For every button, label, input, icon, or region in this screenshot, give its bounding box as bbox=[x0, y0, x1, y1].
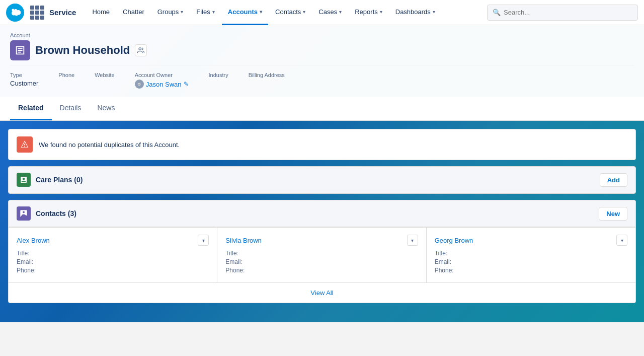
field-industry-label: Industry bbox=[209, 72, 228, 78]
field-owner: Account Owner ⚙ Jason Swan ✎ bbox=[135, 72, 189, 89]
field-website: Website bbox=[95, 72, 115, 89]
field-website-label: Website bbox=[95, 72, 115, 78]
field-type-value: Customer bbox=[10, 80, 38, 87]
contact-silvia-email: Email: bbox=[225, 258, 418, 265]
contact-silvia-link[interactable]: Silvia Brown bbox=[225, 237, 262, 244]
contacts-icon bbox=[17, 206, 31, 221]
nav-item-files[interactable]: Files ▾ bbox=[190, 0, 220, 25]
contact-silvia-title: Title: bbox=[225, 250, 418, 257]
contacts-title: Contacts (3) bbox=[36, 209, 76, 218]
nav-item-home[interactable]: Home bbox=[86, 0, 116, 25]
contacts-header-left: Contacts (3) bbox=[17, 206, 76, 221]
search-icon: 🔍 bbox=[493, 9, 501, 16]
care-plans-header: Care Plans (0) Add bbox=[9, 167, 635, 193]
care-plans-title: Care Plans (0) bbox=[36, 176, 83, 184]
warning-text: We found no potential duplicates of this… bbox=[39, 141, 180, 149]
field-type-label: Type bbox=[10, 72, 38, 78]
account-type-icon bbox=[10, 40, 30, 60]
contact-card-georg: Georg Brown ▾ Title: Email: Phone: bbox=[427, 228, 635, 282]
nav-items: Home Chatter Groups ▾ Files ▾ Accounts ▾… bbox=[86, 0, 487, 25]
owner-avatar: ⚙ bbox=[135, 80, 144, 89]
field-billing-label: Billing Address bbox=[249, 72, 285, 78]
contact-alex-dropdown[interactable]: ▾ bbox=[198, 235, 209, 246]
salesforce-logo[interactable] bbox=[6, 4, 24, 22]
nav-item-reports[interactable]: Reports ▾ bbox=[349, 0, 388, 25]
contact-georg-email: Email: bbox=[435, 258, 627, 265]
field-phone: Phone bbox=[58, 72, 74, 89]
nav-item-cases[interactable]: Cases ▾ bbox=[312, 0, 348, 25]
tab-related[interactable]: Related bbox=[10, 97, 52, 120]
search-input[interactable] bbox=[504, 9, 632, 16]
field-owner-label: Account Owner bbox=[135, 72, 189, 78]
duplicate-warning: We found no potential duplicates of this… bbox=[8, 129, 636, 160]
tabs: Related Details News bbox=[10, 97, 634, 120]
field-industry: Industry bbox=[209, 72, 228, 89]
account-fields: Type Customer Phone Website Account Owne… bbox=[10, 65, 634, 97]
tab-news[interactable]: News bbox=[89, 97, 123, 120]
search-bar: 🔍 bbox=[487, 5, 638, 21]
field-billing: Billing Address bbox=[249, 72, 285, 89]
contact-georg-link[interactable]: Georg Brown bbox=[435, 237, 473, 244]
account-badge-icon[interactable] bbox=[135, 44, 147, 56]
nav-item-accounts[interactable]: Accounts ▾ bbox=[222, 0, 268, 25]
app-name: Service bbox=[49, 8, 76, 17]
contact-silvia-name-row: Silvia Brown ▾ bbox=[225, 235, 418, 246]
top-nav: Service Home Chatter Groups ▾ Files ▾ Ac… bbox=[0, 0, 644, 25]
owner-row: ⚙ Jason Swan ✎ bbox=[135, 80, 189, 89]
care-plans-add-button[interactable]: Add bbox=[600, 173, 627, 187]
contact-georg-phone: Phone: bbox=[435, 267, 627, 274]
contact-alex-title: Title: bbox=[17, 250, 209, 257]
care-plans-icon bbox=[17, 173, 31, 187]
contacts-header: Contacts (3) New bbox=[9, 200, 635, 227]
contact-alex-name-row: Alex Brown ▾ bbox=[17, 235, 209, 246]
care-plans-card: Care Plans (0) Add bbox=[8, 166, 636, 194]
contacts-card: Contacts (3) New Alex Brown ▾ Title: Ema… bbox=[8, 200, 636, 303]
contacts-grid: Alex Brown ▾ Title: Email: Phone: Silvia… bbox=[9, 227, 635, 282]
owner-link[interactable]: Jason Swan bbox=[146, 81, 182, 88]
contact-alex-email: Email: bbox=[17, 258, 209, 265]
warning-icon bbox=[17, 136, 33, 153]
account-title-row: Brown Household bbox=[10, 40, 634, 65]
field-type: Type Customer bbox=[10, 72, 38, 89]
tabs-section: Related Details News bbox=[0, 97, 644, 121]
contacts-new-button[interactable]: New bbox=[599, 207, 627, 221]
owner-edit-icon[interactable]: ✎ bbox=[184, 81, 189, 88]
contact-card-alex: Alex Brown ▾ Title: Email: Phone: bbox=[9, 228, 217, 282]
account-header-inner: Account Brown Household Type Custome bbox=[0, 25, 644, 97]
account-header-band: Account Brown Household Type Custome bbox=[0, 25, 644, 121]
main-content: We found no potential duplicates of this… bbox=[0, 121, 644, 322]
contact-silvia-dropdown[interactable]: ▾ bbox=[407, 235, 418, 246]
care-plans-header-left: Care Plans (0) bbox=[17, 173, 83, 187]
nav-item-groups[interactable]: Groups ▾ bbox=[151, 0, 190, 25]
nav-item-contacts[interactable]: Contacts ▾ bbox=[269, 0, 311, 25]
contact-card-silvia: Silvia Brown ▾ Title: Email: Phone: bbox=[217, 228, 426, 282]
field-phone-label: Phone bbox=[58, 72, 74, 78]
breadcrumb: Account bbox=[10, 32, 634, 38]
view-all-link[interactable]: View All bbox=[310, 289, 333, 297]
tab-details[interactable]: Details bbox=[52, 97, 90, 120]
contact-georg-name-row: Georg Brown ▾ bbox=[435, 235, 627, 246]
contact-georg-title: Title: bbox=[435, 250, 627, 257]
contact-alex-link[interactable]: Alex Brown bbox=[17, 237, 50, 244]
nav-item-chatter[interactable]: Chatter bbox=[117, 0, 150, 25]
account-name: Brown Household bbox=[35, 44, 130, 57]
contact-georg-dropdown[interactable]: ▾ bbox=[616, 235, 627, 246]
contact-silvia-phone: Phone: bbox=[225, 267, 418, 274]
view-all-row: View All bbox=[9, 282, 635, 303]
contact-alex-phone: Phone: bbox=[17, 267, 209, 274]
svg-point-0 bbox=[139, 48, 141, 50]
nav-item-dashboards[interactable]: Dashboards ▾ bbox=[389, 0, 441, 25]
grid-icon[interactable] bbox=[30, 6, 44, 20]
